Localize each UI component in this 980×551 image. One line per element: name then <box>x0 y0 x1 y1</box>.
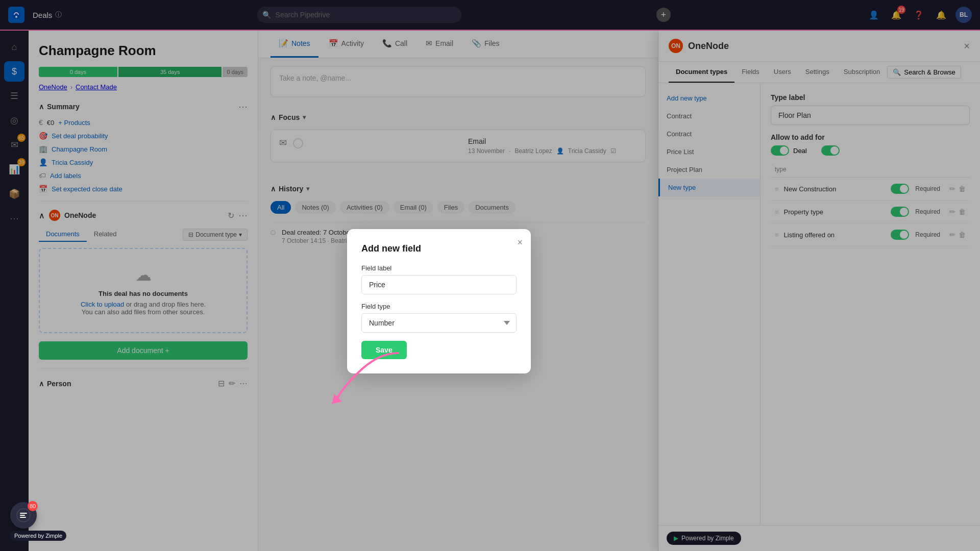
save-button[interactable]: Save <box>361 341 407 359</box>
zimple-button[interactable]: 80 <box>10 502 37 529</box>
zimple-badge: 80 <box>28 501 38 511</box>
svg-marker-2 <box>332 394 342 404</box>
add-field-modal: Add new field × Field label Field type T… <box>347 229 531 373</box>
modal-close-button[interactable]: × <box>517 237 523 248</box>
field-label-input[interactable] <box>361 275 517 294</box>
field-label-group: Field label <box>361 264 517 294</box>
modal-title: Add new field <box>361 243 517 254</box>
modal-overlay[interactable]: Add new field × Field label Field type T… <box>0 0 980 551</box>
field-type-select[interactable]: Text Number Date Checkbox Dropdown <box>361 313 517 333</box>
zimple-label[interactable]: Powered by Zimple <box>10 531 66 541</box>
field-type-heading: Field type <box>361 303 517 310</box>
field-label-heading: Field label <box>361 264 517 272</box>
field-type-group: Field type Text Number Date Checkbox Dro… <box>361 303 517 333</box>
zimple-float: 80 Powered by Zimple <box>10 502 66 541</box>
